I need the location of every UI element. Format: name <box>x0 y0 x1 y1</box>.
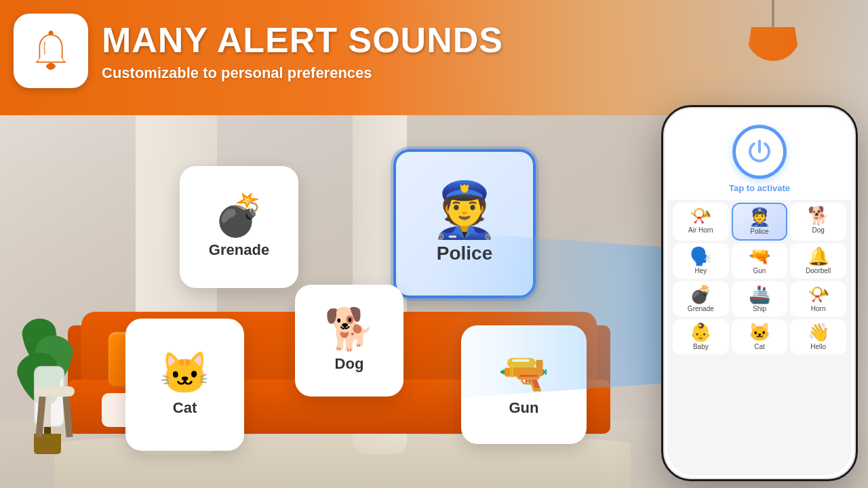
cat-label: Cat <box>173 399 197 417</box>
grid-emoji: 🔔 <box>808 247 829 265</box>
grid-emoji: 🚢 <box>749 285 770 303</box>
phone-grid-item-cat[interactable]: 🐱Cat <box>732 319 788 354</box>
phone-grid-item-doorbell[interactable]: 🔔Doorbell <box>790 243 846 279</box>
dog-emoji: 🐕 <box>324 309 375 350</box>
grid-label: Police <box>750 228 768 235</box>
bell-icon-box <box>14 14 88 88</box>
phone-grid-item-police[interactable]: 👮Police <box>732 203 788 241</box>
grid-label: Cat <box>754 343 765 350</box>
power-icon <box>746 138 773 165</box>
stool-top <box>34 386 75 396</box>
grid-label: Doorbell <box>806 267 831 274</box>
phone-grid-item-hey[interactable]: 🗣️Hey <box>673 243 729 279</box>
grid-label: Horn <box>811 305 826 312</box>
header-text: MANY ALERT SOUNDS Customizable to person… <box>102 20 503 82</box>
grid-label: Baby <box>693 343 709 350</box>
grid-emoji: 👶 <box>690 323 711 341</box>
grid-label: Hello <box>810 343 826 350</box>
grid-label: Hey <box>694 267 707 274</box>
grid-emoji: 👮 <box>749 208 770 226</box>
grid-emoji: 🐱 <box>749 323 770 341</box>
card-police[interactable]: 👮 Police <box>393 149 536 298</box>
grid-emoji: 👋 <box>808 323 829 341</box>
grid-label: Dog <box>812 226 824 234</box>
power-button[interactable] <box>732 125 787 179</box>
gun-label: Gun <box>509 399 539 417</box>
phone-grid-item-air horn[interactable]: 📯Air Horn <box>673 203 729 241</box>
phone-grid-item-grenade[interactable]: 💣Grenade <box>673 281 729 317</box>
phone-screen: Tap to activate 📯Air Horn👮Police🐕Dog🗣️He… <box>667 111 852 475</box>
cat-emoji: 🐱 <box>159 353 210 394</box>
stool <box>34 386 75 441</box>
phone-grid-item-gun[interactable]: 🔫Gun <box>732 243 788 279</box>
header-content: MANY ALERT SOUNDS Customizable to person… <box>14 14 503 88</box>
phone-grid-item-horn[interactable]: 📯Horn <box>790 281 846 317</box>
phone-grid-item-ship[interactable]: 🚢Ship <box>732 281 788 317</box>
phone-power-section: Tap to activate <box>667 111 852 200</box>
grenade-emoji: 💣 <box>214 195 264 236</box>
grid-emoji: 📯 <box>690 207 711 224</box>
header-bar: MANY ALERT SOUNDS Customizable to person… <box>0 0 868 115</box>
card-cat[interactable]: 🐱 Cat <box>125 319 244 451</box>
card-gun[interactable]: 🔫 Gun <box>461 325 587 444</box>
grid-label: Gun <box>753 267 766 274</box>
grid-label: Ship <box>753 305 766 312</box>
stool-leg <box>62 396 73 438</box>
police-label: Police <box>437 243 492 264</box>
tap-activate-label: Tap to activate <box>729 183 790 193</box>
phone-grid-item-baby[interactable]: 👶Baby <box>673 319 729 354</box>
stool-leg <box>35 396 45 438</box>
svg-point-2 <box>47 63 55 70</box>
grid-emoji: 💣 <box>690 285 711 303</box>
card-grenade[interactable]: 💣 Grenade <box>180 166 298 288</box>
phone-grid-item-hello[interactable]: 👋Hello <box>790 319 846 354</box>
police-emoji: 👮 <box>431 183 498 237</box>
card-dog[interactable]: 🐕 Dog <box>295 285 403 396</box>
grid-label: Grenade <box>688 305 714 312</box>
grid-emoji: 📯 <box>808 285 829 303</box>
svg-point-0 <box>49 30 54 35</box>
phone-sound-grid: 📯Air Horn👮Police🐕Dog🗣️Hey🔫Gun🔔Doorbell💣G… <box>667 200 852 357</box>
grid-emoji: 🐕 <box>808 207 829 224</box>
dog-label: Dog <box>335 355 364 373</box>
grid-emoji: 🗣️ <box>690 247 711 265</box>
grenade-label: Grenade <box>209 241 269 259</box>
phone-mockup: Tap to activate 📯Air Horn👮Police🐕Dog🗣️He… <box>661 105 858 481</box>
grid-label: Air Horn <box>688 226 713 234</box>
header-title: MANY ALERT SOUNDS <box>102 20 503 60</box>
header-subtitle: Customizable to personal preferences <box>102 64 503 82</box>
gun-emoji: 🔫 <box>498 353 549 394</box>
bell-icon <box>27 27 75 75</box>
phone-grid-item-dog[interactable]: 🐕Dog <box>790 203 846 241</box>
grid-emoji: 🔫 <box>749 247 770 265</box>
